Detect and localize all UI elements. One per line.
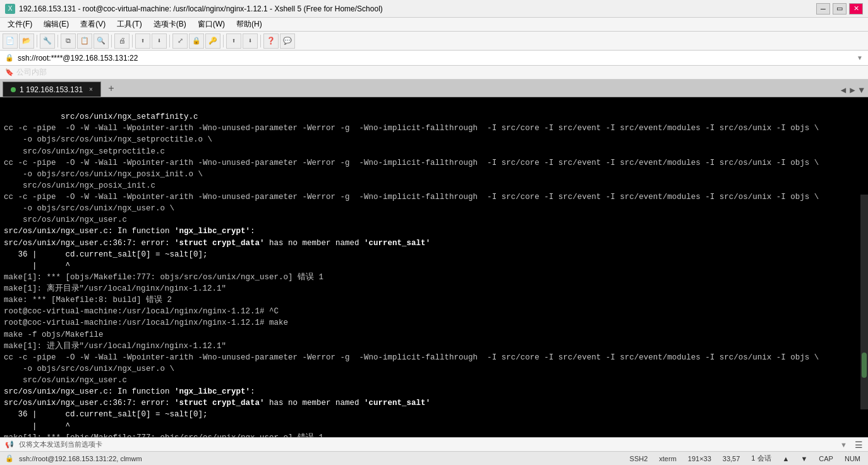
terminal-content: src/os/unix/ngx_setaffinity.c cc -c -pip… [4, 100, 864, 437]
tab-navigation: ◀ ▶ ▼ [840, 83, 865, 97]
toolbar-separator-5 [169, 35, 170, 47]
expand-button[interactable]: ⤢ [172, 33, 188, 49]
tab-menu-button[interactable]: ▼ [858, 84, 865, 97]
menu-window[interactable]: 窗口(W) [193, 18, 230, 31]
duplicate-button[interactable]: ⧉ [61, 33, 76, 49]
nav-up-button[interactable]: ▲ [780, 455, 792, 462]
menu-tabs[interactable]: 选项卡(B) [148, 18, 191, 31]
position-status: 33,57 [720, 455, 743, 462]
window-title: 192.168.153.131 - root@coc-virtual-machi… [19, 4, 383, 13]
toolbar-separator-2 [57, 35, 58, 47]
address-text[interactable]: ssh://root:****@192.168.153.131:22 [18, 54, 853, 63]
sessions-status: 1 会话 [749, 454, 773, 463]
bottom-bar-menu[interactable]: ☰ [855, 440, 863, 450]
broadcast-icon: 📢 [5, 440, 14, 449]
tab-close-button[interactable]: × [89, 86, 93, 93]
help-button[interactable]: ❓ [263, 33, 279, 49]
menu-view[interactable]: 查看(V) [75, 18, 111, 31]
xftp-button[interactable]: ⬇ [152, 33, 167, 49]
ssh-status: SSH2 [627, 455, 651, 462]
toolbar-separator-6 [223, 35, 224, 47]
scrollbar-thumb[interactable] [862, 353, 867, 378]
bottom-bar-text: 仅将文本发送到当前选项卡 [19, 440, 102, 449]
info-button[interactable]: 💬 [280, 33, 295, 49]
toolbar: 📄 📂 🔧 ⧉ 📋 🔍 🖨 ⬆ ⬇ ⤢ 🔒 🔑 ⬆ ⬇ ❓ 💬 [0, 32, 868, 51]
properties-button[interactable]: 🔧 [40, 33, 55, 49]
tab-add-button[interactable]: + [104, 82, 119, 97]
dimensions-status: 191×33 [685, 455, 714, 462]
menu-file[interactable]: 文件(F) [3, 18, 37, 31]
scrollbar[interactable] [860, 195, 868, 409]
nav-down-button[interactable]: ▼ [798, 455, 810, 462]
sftp-button[interactable]: ⬆ [135, 33, 150, 49]
address-bar: 🔒 ssh://root:****@192.168.153.131:22 ▼ [0, 51, 868, 66]
key-button[interactable]: 🔑 [205, 33, 220, 49]
toolbar-separator-7 [260, 35, 261, 47]
num-status: NUM [842, 455, 863, 462]
menu-edit[interactable]: 编辑(E) [39, 18, 74, 31]
status-bar: 🔒 ssh://root@192.168.153.131:22, clmwm S… [0, 451, 868, 465]
lock-button[interactable]: 🔒 [189, 33, 204, 49]
toolbar-separator-3 [111, 35, 112, 47]
copy-button[interactable]: 📋 [77, 33, 92, 49]
tab-label: 1 192.168.153.131 [20, 85, 83, 94]
bottom-bar: 📢 仅将文本发送到当前选项卡 ▼ ☰ [0, 437, 868, 451]
maximize-button[interactable]: ▭ [833, 3, 847, 15]
connection-info: ssh://root@192.168.153.131:22, clmwm [19, 455, 142, 462]
new-button[interactable]: 📄 [3, 33, 18, 49]
bookmarks-bar: 🔖 公司内部 [0, 66, 868, 80]
cap-status: CAP [816, 455, 836, 462]
tab-1[interactable]: 1 192.168.153.131 × [3, 82, 101, 97]
bookmark-icon: 🔖 [5, 68, 14, 76]
close-button[interactable]: ✕ [849, 3, 863, 15]
find-button[interactable]: 🔍 [93, 33, 109, 49]
terminal-wrapper: src/os/unix/ngx_setaffinity.c cc -c -pip… [0, 97, 868, 437]
menu-help[interactable]: 帮助(H) [231, 18, 267, 31]
xterm-status: xterm [656, 455, 679, 462]
tab-bar: 1 192.168.153.131 × + ◀ ▶ ▼ [0, 80, 868, 97]
print-button[interactable]: 🖨 [114, 33, 130, 49]
title-bar: X 192.168.153.131 - root@coc-virtual-mac… [0, 0, 868, 18]
connection-icon: 🔒 [5, 454, 14, 462]
scroll-down-button[interactable]: ⬇ [243, 33, 258, 49]
lock-icon: 🔒 [5, 54, 14, 62]
title-bar-controls: ─ ▭ ✕ [816, 3, 863, 15]
address-dropdown-icon[interactable]: ▼ [857, 54, 863, 61]
tab-prev-button[interactable]: ◀ [840, 83, 847, 97]
title-bar-left: X 192.168.153.131 - root@coc-virtual-mac… [5, 4, 383, 14]
menu-tools[interactable]: 工具(T) [112, 18, 147, 31]
status-right: SSH2 xterm 191×33 33,57 1 会话 ▲ ▼ CAP NUM [627, 454, 863, 463]
bookmark-label[interactable]: 公司内部 [16, 67, 47, 78]
tab-next-button[interactable]: ▶ [848, 83, 856, 97]
menu-bar: 文件(F) 编辑(E) 查看(V) 工具(T) 选项卡(B) 窗口(W) 帮助(… [0, 18, 868, 32]
app-icon: X [5, 4, 15, 14]
minimize-button[interactable]: ─ [816, 3, 830, 15]
scroll-up-button[interactable]: ⬆ [226, 33, 241, 49]
open-button[interactable]: 📂 [19, 33, 34, 49]
bottom-bar-dropdown[interactable]: ▼ [840, 441, 847, 449]
terminal[interactable]: src/os/unix/ngx_setaffinity.c cc -c -pip… [0, 97, 868, 437]
status-left: 🔒 ssh://root@192.168.153.131:22, clmwm [5, 454, 620, 462]
toolbar-separator-4 [132, 35, 133, 47]
tab-status-indicator [11, 87, 16, 92]
app-window: X 192.168.153.131 - root@coc-virtual-mac… [0, 0, 868, 465]
toolbar-separator-1 [37, 35, 37, 47]
